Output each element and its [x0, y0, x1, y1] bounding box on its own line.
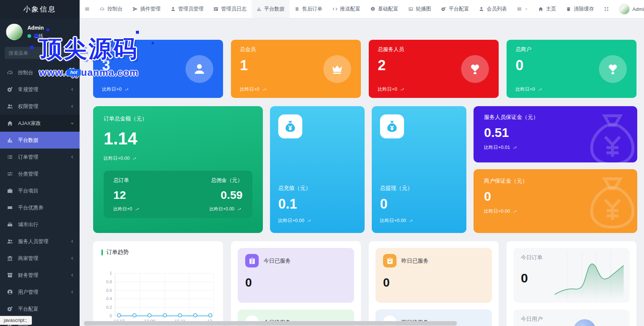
order-trend-card: 订单趋势 1 0.8 0.6 0.4 0.2 0 [93, 241, 223, 326]
archive-icon [7, 272, 13, 278]
online-status-dot [27, 34, 31, 38]
trend-up-icon [124, 87, 130, 92]
home-button[interactable]: 主页 [533, 0, 561, 18]
y-tick: 1 [110, 271, 112, 275]
bottom-row: 订单趋势 1 0.8 0.6 0.4 0.2 0 [93, 241, 636, 326]
data-point[interactable] [148, 313, 152, 317]
sidebar-item-orders[interactable]: 订单管理 [0, 149, 80, 165]
order-trend-chart: 1 0.8 0.6 0.4 0.2 0 12-07 12-09 12-11 12… [115, 273, 213, 316]
money-bag-outline-icon [581, 108, 637, 162]
sidebar-item-merchants[interactable]: 商家管理 [0, 250, 80, 267]
merchant-deposit-card[interactable]: 商户保证金（元） 0 比昨日+0.00 [474, 169, 637, 233]
sidebar-item-platform-config[interactable]: 平台配置 [0, 300, 80, 317]
trend-up-icon [262, 87, 268, 92]
app-window: 小象信息 Admin 在线 控制台 常规管理 [0, 0, 644, 326]
admin-account-menu[interactable]: Admin [614, 0, 644, 18]
horizontal-scrollbar-thumb[interactable] [84, 321, 457, 326]
data-point[interactable] [178, 313, 182, 317]
today-stats-card: 今日订单 0 今日用户 [507, 241, 636, 326]
y-tick: 0.6 [106, 288, 112, 293]
online-status-label: 在线 [34, 33, 43, 39]
nav-tab-basic-config[interactable]: 基础配置 [365, 0, 403, 18]
code-icon [332, 6, 338, 12]
briefcase-icon [7, 188, 13, 194]
y-tick: 0 [110, 314, 112, 318]
user-icon [170, 6, 176, 12]
sidebar: 小象信息 Admin 在线 控制台 常规管理 [0, 0, 80, 326]
trend-up-icon [132, 156, 138, 161]
sidebar-menu: 控制台 常规管理 权限管理 AJAX家政 平台数据 [0, 64, 80, 326]
sidebar-item-categories[interactable]: 分类管理 [0, 165, 80, 182]
nav-tab-carousel[interactable]: 轮播图 [403, 0, 436, 18]
today-service-card: 今日已服务 0 今日待服务 [231, 241, 361, 326]
navbar-right: 主页 清除缓存 Admin [512, 0, 644, 18]
bar-chart-icon [7, 137, 13, 143]
yesterday-served-panel[interactable]: 昨日已服务 0 [376, 248, 492, 303]
stat-card-total-users[interactable]: 总用户 3 比昨日+0 [93, 40, 223, 98]
user-icon [193, 62, 206, 76]
withdraw-card[interactable]: 总提现（元） 0 比昨日+0.00 [372, 106, 466, 233]
sidebar-item-coupons[interactable]: 平台优惠券 [0, 199, 80, 216]
y-tick: 0.2 [106, 305, 112, 309]
stat-card-total-members[interactable]: 总会员 1 比昨日+0 [231, 40, 361, 98]
data-point[interactable] [193, 313, 197, 317]
gears-icon [441, 6, 446, 12]
avatar[interactable] [6, 24, 23, 40]
sliders-icon [7, 171, 13, 177]
sidebar-item-permissions[interactable]: 权限管理 [0, 98, 80, 115]
section-marker [101, 249, 103, 255]
nav-tab-push-config[interactable]: 推送配置 [327, 0, 365, 18]
sidebar-item-platform-projects[interactable]: 平台项目 [0, 182, 80, 199]
sidebar-item-general[interactable]: 常规管理 [0, 81, 80, 98]
nav-tab-admins[interactable]: 管理员管理 [166, 0, 209, 18]
gears-icon [7, 306, 13, 312]
nav-tab-platform-config[interactable]: 平台配置 [436, 0, 474, 18]
order-total-card[interactable]: 订单总金额（元） 1.14 比昨日+0.00 总订单 12 比昨日+0 总佣金（… [93, 106, 263, 233]
order-list-icon [7, 154, 13, 160]
nav-tab-plugins[interactable]: 插件管理 [128, 0, 166, 18]
stat-card-total-merchants[interactable]: 总商户 0 比昨日+0 [507, 40, 636, 98]
nav-tab-admin-logs[interactable]: 管理员日志 [208, 0, 252, 18]
clear-cache-button[interactable]: 清除缓存 [561, 0, 599, 18]
today-served-panel[interactable]: 今日已服务 0 [238, 248, 354, 303]
trend-up-icon [512, 209, 518, 214]
gear-icon [370, 6, 376, 12]
admin-avatar [619, 4, 630, 15]
trend-up-icon [537, 87, 543, 92]
sidebar-item-platform-data[interactable]: 平台数据 [0, 132, 80, 149]
chevron-down-icon [70, 121, 74, 125]
sidebar-item-city-travel[interactable]: 城市出行 [0, 216, 80, 233]
nav-tab-console[interactable]: 控制台 [95, 0, 128, 18]
today-users-panel[interactable]: 今日用户 [513, 309, 630, 326]
stat-card-total-service-staff[interactable]: 总服务人员 2 比昨日+0 [369, 40, 499, 98]
sidebar-item-ajax-housekeeping[interactable]: AJAX家政 [0, 115, 80, 132]
home-icon [7, 120, 13, 126]
heart-person-icon [606, 62, 620, 76]
data-point[interactable] [208, 313, 213, 317]
search-input[interactable] [5, 47, 75, 59]
money-bag-icon [385, 119, 399, 134]
tasks-dropdown-button[interactable] [512, 0, 533, 18]
admin-name: Admin [632, 6, 644, 12]
yesterday-service-card: 昨日已服务 0 明日待服务 [369, 241, 499, 326]
nav-tab-members[interactable]: 会员列表 [474, 0, 512, 18]
data-point[interactable] [117, 313, 121, 317]
sidebar-item-service-staff[interactable]: 服务人员管理 [0, 233, 80, 250]
fullscreen-button[interactable] [599, 0, 614, 18]
service-deposit-card[interactable]: 服务人员保证金（元） 0.51 比昨日+0.01 [474, 106, 637, 162]
data-point[interactable] [163, 313, 167, 317]
sidebar-item-console[interactable]: 控制台 [0, 64, 80, 81]
chevron-left-icon [70, 256, 74, 260]
user-icon [479, 6, 484, 12]
chevron-left-icon [70, 155, 74, 159]
sidebar-item-finance[interactable]: 财务管理 [0, 267, 80, 284]
sidebar-item-users[interactable]: 用户管理 [0, 284, 80, 300]
money-row: 订单总金额（元） 1.14 比昨日+0.00 总订单 12 比昨日+0 总佣金（… [93, 106, 637, 233]
link-preview-tooltip: javascript:; [0, 316, 32, 325]
nav-tab-after-sales[interactable]: 售后订单 [290, 0, 327, 18]
data-point[interactable] [132, 313, 136, 317]
today-orders-panel[interactable]: 今日订单 0 [513, 248, 630, 303]
recharge-card[interactable]: 总充值（元） 0.1 比昨日+0.00 [270, 106, 365, 233]
nav-tab-platform-data[interactable]: 平台数据 [252, 0, 290, 18]
sidebar-toggle-button[interactable] [80, 0, 95, 18]
